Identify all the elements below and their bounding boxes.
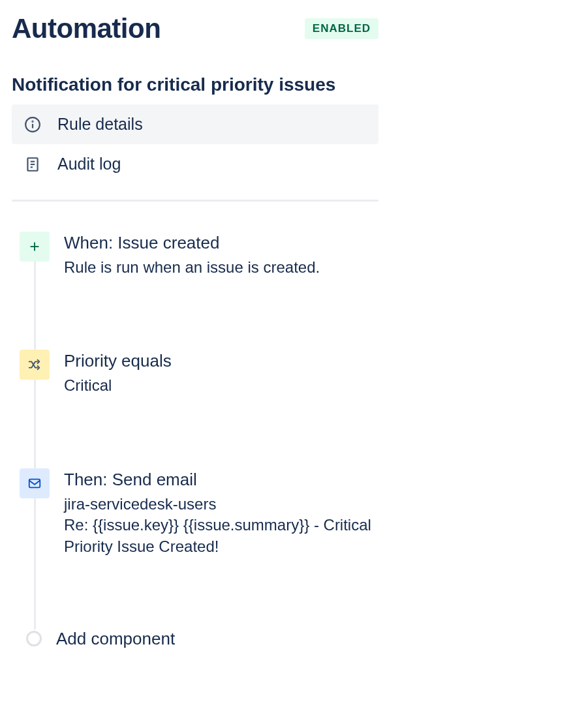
nav-rule-details[interactable]: Rule details (12, 104, 378, 144)
page-title: Automation (12, 13, 161, 44)
rule-nav: Rule details Audit log (12, 104, 378, 184)
add-component-label: Add component (56, 629, 175, 649)
step-trigger-desc: Rule is run when an issue is created. (64, 257, 378, 278)
log-icon (23, 155, 42, 174)
rule-name: Notification for critical priority issue… (12, 74, 378, 95)
step-action-title: Then: Send email (64, 470, 378, 490)
mail-icon (20, 468, 50, 498)
step-condition-desc: Critical (64, 375, 378, 396)
add-component[interactable]: Add component (20, 629, 378, 649)
rule-timeline: When: Issue created Rule is run when an … (12, 232, 378, 649)
nav-rule-details-label: Rule details (57, 115, 143, 134)
nav-audit-log-label: Audit log (57, 155, 121, 174)
step-condition[interactable]: Priority equals Critical (20, 350, 378, 396)
info-icon (23, 115, 42, 134)
status-badge: ENABLED (305, 18, 378, 39)
step-condition-title: Priority equals (64, 351, 378, 371)
svg-point-2 (32, 121, 33, 121)
nav-audit-log[interactable]: Audit log (12, 144, 378, 184)
divider (12, 200, 378, 202)
svg-rect-9 (29, 479, 40, 487)
shuffle-icon (20, 350, 50, 380)
step-trigger[interactable]: When: Issue created Rule is run when an … (20, 232, 378, 278)
step-action-desc: jira-servicedesk-usersRe: {{issue.key}} … (64, 494, 378, 557)
step-action[interactable]: Then: Send email jira-servicedesk-usersR… (20, 468, 378, 557)
step-trigger-title: When: Issue created (64, 233, 378, 253)
timeline-connector (34, 247, 36, 629)
add-circle-icon (26, 631, 42, 646)
plus-icon (20, 232, 50, 262)
